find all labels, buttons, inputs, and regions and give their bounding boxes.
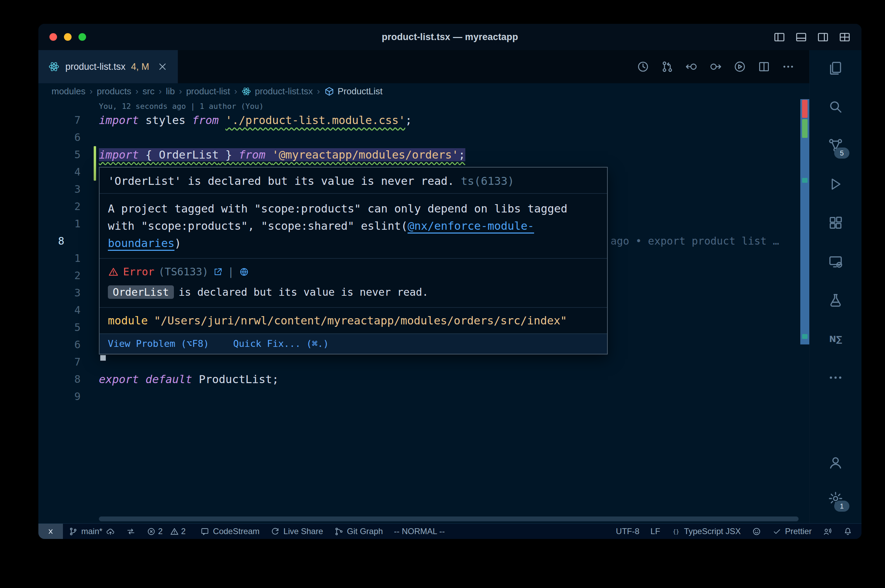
- horizontal-scrollbar[interactable]: [99, 516, 799, 521]
- status-item-prettier[interactable]: Prettier: [767, 524, 817, 539]
- person-waves-icon: [823, 527, 832, 536]
- status-item-encoding[interactable]: UTF-8: [610, 524, 645, 539]
- toggle-primary-sidebar-icon[interactable]: [773, 31, 786, 44]
- activity-item-accounts[interactable]: [825, 452, 847, 474]
- breadcrumb: modules›products›src›lib›product-list›pr…: [38, 83, 809, 99]
- eslint-message-close: ): [174, 237, 181, 250]
- nx-icon: N∑: [828, 331, 843, 347]
- open-docs-external-link-icon[interactable]: [213, 267, 223, 277]
- status-item-live-share[interactable]: Live Share: [265, 524, 329, 539]
- toggle-secondary-sidebar-icon[interactable]: [817, 31, 829, 44]
- check-icon: [772, 527, 781, 536]
- breadcrumb-item-product-list[interactable]: product-list: [186, 86, 230, 97]
- activity-item-nx-console[interactable]: N∑: [825, 328, 847, 350]
- line-number: 4: [38, 302, 81, 319]
- open-changes-icon[interactable]: [661, 60, 674, 73]
- status-item-git-graph[interactable]: Git Graph: [329, 524, 389, 539]
- close-tab-icon[interactable]: [157, 61, 168, 72]
- customize-layout-icon[interactable]: [838, 31, 851, 44]
- activity-item-search[interactable]: [825, 96, 847, 118]
- breadcrumb-item-product-list.tsx[interactable]: product-list.tsx: [241, 86, 313, 97]
- previous-change-icon[interactable]: [685, 60, 698, 73]
- tab-modified-badge: 4, M: [131, 62, 149, 72]
- code-text: import styles from './product-list.modul…: [99, 112, 412, 129]
- code-line[interactable]: 9: [38, 388, 799, 405]
- line-number: 3: [38, 284, 81, 302]
- status-item-live-share-status[interactable]: [817, 524, 838, 539]
- line-number: 7: [38, 112, 81, 129]
- error-description-row: OrderListis declared but its value is ne…: [99, 280, 607, 307]
- breadcrumb-item-lib[interactable]: lib: [166, 86, 175, 97]
- split-editor-icon[interactable]: [757, 60, 771, 73]
- tab-bar: product-list.tsx 4, M: [38, 50, 809, 83]
- remote-window-icon: [828, 254, 843, 270]
- gitlens-codelens[interactable]: You, 12 seconds ago | 1 author (You): [99, 102, 264, 111]
- eslint-message: A project tagged with "scope:products" c…: [99, 194, 607, 259]
- timeline-icon[interactable]: [636, 60, 649, 73]
- code-editor[interactable]: You, 12 seconds ago | 1 author (You) 7im…: [38, 99, 809, 524]
- breadcrumb-item-src[interactable]: src: [143, 86, 155, 97]
- activity-item-remote-explorer[interactable]: [825, 250, 847, 273]
- ts-error-message: 'OrderList' is declared but its value is…: [108, 174, 461, 188]
- run-or-debug-icon[interactable]: [733, 60, 746, 73]
- separator: |: [228, 266, 234, 278]
- code-line[interactable]: 7: [38, 353, 799, 371]
- code-line[interactable]: 8export default ProductList;: [38, 371, 799, 388]
- status-part: 2: [147, 526, 162, 536]
- react-icon: [241, 86, 251, 96]
- breadcrumb-label: lib: [166, 86, 175, 97]
- hover-footer: View Problem (⌥F8) Quick Fix... (⌘.): [99, 333, 607, 354]
- activity-item-more-views[interactable]: [825, 366, 847, 388]
- activity-item-source-control[interactable]: 5: [825, 134, 847, 156]
- status-item-feedback[interactable]: [746, 524, 767, 539]
- code-line[interactable]: 7import styles from './product-list.modu…: [38, 112, 799, 129]
- breadcrumb-item-modules[interactable]: modules: [51, 86, 86, 97]
- quick-fix-action[interactable]: Quick Fix... (⌘.): [233, 338, 329, 349]
- close-window-button[interactable]: [50, 33, 57, 41]
- titlebar[interactable]: product-list.tsx — myreactapp: [38, 24, 861, 50]
- status-item-problems[interactable]: 22: [141, 524, 195, 539]
- status-item-eol[interactable]: LF: [645, 524, 666, 539]
- activity-item-settings[interactable]: 1: [825, 488, 847, 510]
- status-bar: main*22CodeStreamLive ShareGit Graph-- N…: [38, 524, 861, 539]
- activity-item-testing[interactable]: [825, 289, 847, 311]
- code-line[interactable]: 6: [38, 129, 799, 146]
- toggle-panel-icon[interactable]: [795, 31, 808, 44]
- code-text: export default ProductList;: [99, 371, 279, 388]
- extensions-icon: [828, 215, 843, 231]
- tab-label: product-list.tsx: [65, 62, 125, 72]
- status-item-remote-indicator[interactable]: [38, 524, 63, 539]
- status-item-language-mode[interactable]: {}TypeScript JSX: [666, 524, 746, 539]
- line-number: 7: [38, 353, 81, 371]
- more-actions-icon[interactable]: [781, 60, 795, 73]
- error-code: (TS6133): [158, 266, 209, 278]
- zoom-window-button[interactable]: [78, 33, 86, 41]
- activity-item-extensions[interactable]: [825, 212, 847, 234]
- status-item-codestream[interactable]: CodeStream: [195, 524, 265, 539]
- status-item-gitlens-compare[interactable]: [121, 524, 141, 539]
- activity-item-explorer[interactable]: [825, 57, 847, 79]
- inline-blame-annotation: ago • export product list …: [610, 232, 779, 250]
- status-item-notifications[interactable]: [838, 524, 858, 539]
- smiley-icon: [752, 527, 761, 536]
- activity-badge: 5: [834, 147, 849, 159]
- module-path-row: module"/Users/juri/nrwl/content/myreacta…: [99, 307, 607, 333]
- breadcrumb-item-products[interactable]: products: [97, 86, 131, 97]
- tab-product-list[interactable]: product-list.tsx 4, M: [38, 50, 178, 83]
- activity-item-run-and-debug[interactable]: [825, 173, 847, 195]
- breadcrumb-separator: ›: [317, 86, 320, 97]
- next-change-icon[interactable]: [709, 60, 722, 73]
- search-icon: [828, 99, 843, 115]
- files-icon: [828, 60, 843, 76]
- status-item-vim-mode[interactable]: -- NORMAL --: [389, 524, 451, 539]
- editor-actions: [636, 50, 809, 83]
- docs-globe-icon[interactable]: [239, 267, 249, 277]
- status-label: CodeStream: [213, 526, 260, 536]
- breadcrumb-item-productlist[interactable]: ProductList: [324, 86, 383, 97]
- view-problem-action[interactable]: View Problem (⌥F8): [108, 338, 209, 349]
- hover-resize-handle[interactable]: [100, 355, 106, 361]
- status-item-git-branch[interactable]: main*: [63, 524, 121, 539]
- code-line[interactable]: 5import { OrderList } from '@myreactapp/…: [38, 146, 799, 164]
- minimize-window-button[interactable]: [64, 33, 72, 41]
- breadcrumb-separator: ›: [90, 86, 93, 97]
